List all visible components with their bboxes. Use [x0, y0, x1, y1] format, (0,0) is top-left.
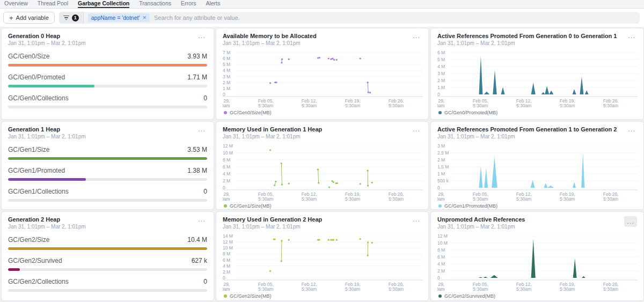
panel-memory-gen1: Memory Used in Generation 1 Heap Jan 31,… [216, 121, 429, 210]
svg-text:10 M: 10 M [223, 150, 233, 156]
svg-text:2 M: 2 M [223, 269, 230, 275]
add-variable-button[interactable]: + Add variable [3, 12, 55, 24]
metric-bar [8, 268, 207, 271]
svg-text:7 M: 7 M [223, 50, 230, 55]
chart-canvas[interactable]: 7 M6 M5 M4 M3 M2 M1 M0Jan 29,5:30amFeb 0… [223, 48, 423, 108]
metric-bar [8, 247, 207, 250]
metric-row: GC/Gen1/Promoted1.38 M [8, 167, 207, 181]
panel-title: Memory Used in Generation 1 Heap [223, 126, 322, 132]
search-input[interactable] [150, 14, 640, 21]
filter-segment[interactable]: 1 [59, 12, 84, 24]
panel-daterange: Jan 31, 1:01pm – Mar 2, 1:01pm [223, 224, 322, 230]
chart-canvas[interactable]: 6 M5 M4 M3 M2 M1 M0Jan 29,5:30amFeb 05,5… [437, 48, 638, 108]
panel-daterange: Jan 31, 1:01pm – Mar 2, 1:01pm [8, 134, 86, 139]
metric-bar [8, 157, 207, 160]
svg-text:5:30am: 5:30am [223, 286, 230, 292]
svg-text:5:30am: 5:30am [258, 196, 273, 202]
tab-overview[interactable]: Overview [4, 0, 28, 8]
svg-text:8 M: 8 M [223, 157, 230, 163]
chart-legend: GC/Gen1/Promoted(MB) [437, 203, 637, 209]
svg-text:5:30am: 5:30am [389, 103, 404, 108]
filter-chip[interactable]: appName = 'dotnet' ✕ [88, 13, 150, 22]
metric-label: GC/Gen0/Promoted [8, 73, 65, 81]
chip-close-icon[interactable]: ✕ [142, 15, 147, 20]
svg-text:2 M: 2 M [437, 268, 445, 274]
legend-dot [438, 204, 442, 208]
panel-daterange: Jan 31, 1:01pm – Mar 2, 1:01pm [223, 40, 317, 46]
panel-generation-0-heap: Generation 0 Heap Jan 31, 1:01pm – Mar 2… [1, 28, 214, 120]
svg-text:5:30am: 5:30am [223, 103, 230, 108]
panel-menu-button[interactable]: ... [624, 216, 637, 227]
panel-title: Generation 0 Heap [8, 33, 86, 39]
panel-menu-button[interactable]: ... [411, 216, 422, 223]
panel-title: Active References Promoted From Generati… [437, 126, 617, 132]
svg-text:3 M: 3 M [223, 74, 230, 79]
panel-menu-button[interactable]: ... [626, 126, 637, 132]
svg-text:1 M: 1 M [223, 86, 230, 91]
panel-generation-1-heap: Generation 1 Heap Jan 31, 1:01pm – Mar 2… [1, 121, 214, 210]
metric-label: GC/Gen2/Survived [8, 257, 62, 264]
panel-menu-button[interactable]: ... [196, 216, 207, 223]
chart-canvas[interactable]: 12 M10 M8 M6 M4 M2 M0Jan 29,5:30amFeb 05… [223, 142, 423, 202]
panel-title: Generation 1 Heap [8, 126, 86, 132]
metric-row: GC/Gen2/Collections0 [8, 278, 207, 292]
svg-text:1 M: 1 M [437, 85, 445, 90]
panel-daterange: Jan 31, 1:01pm – Mar 2, 1:01pm [437, 134, 617, 139]
svg-text:5:30am: 5:30am [437, 286, 444, 292]
svg-text:5:30am: 5:30am [516, 286, 531, 292]
search-bar[interactable]: 1 appName = 'dotnet' ✕ [59, 12, 640, 24]
metric-row: GC/Gen0/Collections0 [8, 94, 207, 108]
chart-canvas[interactable]: 14 M12 M10 M8 M6 M4 M2 M0Jan 29,5:30amFe… [223, 232, 423, 292]
svg-text:5:30am: 5:30am [603, 196, 618, 202]
dashboard-grid: Generation 0 Heap Jan 31, 1:01pm – Mar 2… [0, 27, 644, 302]
metric-value: 3.53 M [187, 146, 207, 153]
panel-title: Memory Used in Generation 2 Heap [223, 216, 322, 223]
tab-garbage-collection[interactable]: Garbage Collection [78, 0, 129, 8]
tab-alerts[interactable]: Alerts [206, 0, 221, 8]
panel-menu-button[interactable]: ... [626, 33, 637, 39]
svg-text:10 M: 10 M [437, 240, 448, 246]
svg-text:2 M: 2 M [223, 178, 230, 183]
svg-text:6 M: 6 M [223, 257, 230, 263]
tab-errors[interactable]: Errors [181, 0, 196, 8]
panel-daterange: Jan 31, 1:01pm – Mar 2, 1:01pm [437, 40, 617, 46]
svg-text:12 M: 12 M [223, 143, 233, 149]
metric-label: GC/Gen0/Collections [8, 94, 69, 102]
legend-dot [438, 111, 442, 114]
panel-menu-button[interactable]: ... [196, 33, 207, 39]
panel-title: Active References Promoted From Generati… [437, 33, 617, 39]
svg-text:5:30am: 5:30am [389, 196, 404, 202]
metric-bar [8, 64, 207, 67]
legend-dot [438, 294, 442, 298]
metric-value: 627 k [192, 257, 207, 264]
svg-text:5 M: 5 M [437, 57, 445, 62]
panel-menu-button[interactable]: ... [196, 126, 207, 132]
panel-generation-2-heap: Generation 2 Heap Jan 31, 1:01pm – Mar 2… [1, 211, 214, 301]
svg-text:5:30am: 5:30am [603, 286, 618, 292]
svg-text:8 M: 8 M [223, 251, 230, 256]
svg-text:5 M: 5 M [223, 62, 230, 67]
svg-text:6 M: 6 M [223, 56, 230, 61]
metric-row: GC/Gen2/Size10.4 M [8, 236, 207, 250]
panel-daterange: Jan 31, 1:01pm – Mar 2, 1:01pm [8, 224, 86, 230]
svg-text:5:30am: 5:30am [516, 196, 531, 202]
chart-legend: GC/Gen2/Survived(MB) [437, 293, 637, 299]
chart-canvas[interactable]: 3 M2.5 M2 M1.5 M1 M500 k0Jan 29,5:30amFe… [437, 142, 638, 202]
panel-menu-button[interactable]: ... [411, 33, 422, 39]
panel-refs-gen0-to-gen1: Active References Promoted From Generati… [430, 28, 644, 120]
chart-canvas[interactable]: 12 M10 M8 M6 M4 M2 M0Jan 29,5:30amFeb 05… [437, 232, 638, 292]
svg-text:10 M: 10 M [223, 245, 233, 251]
tab-bar: Overview Thread Pool Garbage Collection … [0, 0, 644, 9]
svg-text:3 M: 3 M [437, 143, 445, 149]
chart-legend: GC/Gen0/Size(MB) [223, 110, 422, 115]
panel-refs-gen1-to-gen2: Active References Promoted From Generati… [430, 121, 644, 210]
metric-bar [8, 199, 207, 202]
tab-transactions[interactable]: Transactions [139, 0, 171, 8]
svg-text:500 k: 500 k [437, 178, 449, 183]
panel-daterange: Jan 31, 1:01pm – Mar 2, 1:01pm [8, 40, 86, 46]
svg-text:4 M: 4 M [223, 68, 230, 73]
panel-menu-button[interactable]: ... [411, 126, 422, 132]
panel-available-memory: Available Memory to be Allocated Jan 31,… [216, 28, 429, 120]
tab-thread-pool[interactable]: Thread Pool [38, 0, 68, 8]
svg-text:5:30am: 5:30am [223, 196, 230, 202]
